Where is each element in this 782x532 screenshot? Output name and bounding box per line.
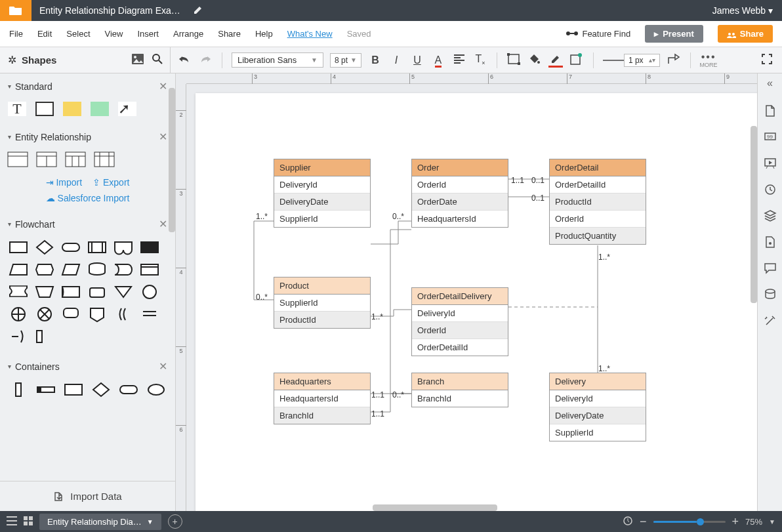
flowchart-shape[interactable]	[62, 284, 81, 300]
flowchart-shape[interactable]	[62, 306, 81, 322]
menu-share[interactable]: Share	[218, 29, 241, 39]
container-shape[interactable]	[64, 382, 83, 399]
entity-field[interactable]: ProductId	[550, 194, 646, 211]
history-icon[interactable]	[763, 182, 777, 197]
flowchart-shape[interactable]	[114, 284, 134, 300]
view-grid-icon[interactable]	[24, 516, 33, 527]
data-icon[interactable]	[763, 287, 777, 302]
panel-flowchart[interactable]: ▾Flowchart✕	[0, 211, 175, 237]
image-icon[interactable]	[131, 54, 145, 67]
folder-icon[interactable]	[0, 0, 31, 21]
flowchart-shape[interactable]	[9, 239, 29, 255]
flowchart-shape[interactable]	[114, 306, 134, 322]
entity-field[interactable]: BranchId	[412, 390, 508, 407]
panel-containers[interactable]: ▾Containers✕	[0, 354, 175, 379]
undo-icon[interactable]	[177, 54, 192, 66]
container-shape[interactable]	[147, 382, 165, 399]
shape-rect[interactable]	[35, 102, 54, 116]
entity-field[interactable]: DeliveryId	[550, 390, 646, 407]
fill-icon[interactable]	[527, 54, 542, 67]
sidebar-scrollbar[interactable]	[169, 88, 175, 232]
entity-field[interactable]: ProductQuantity	[550, 228, 646, 244]
page-tab[interactable]: Entity Relationship Dia…▼	[39, 514, 161, 530]
entity-field[interactable]: OrderId	[412, 322, 508, 339]
entity-order[interactable]: OrderOrderIdOrderDateHeadquartersId	[411, 159, 508, 228]
close-icon[interactable]: ✕	[159, 360, 167, 373]
flowchart-shape[interactable]	[35, 262, 55, 277]
presentation-icon[interactable]	[763, 156, 777, 171]
flowchart-shape[interactable]	[9, 262, 29, 277]
container-shape[interactable]	[119, 382, 138, 399]
entity-field[interactable]: OrderDetailId	[550, 176, 646, 194]
import-data-button[interactable]: Import Data	[0, 481, 175, 511]
flowchart-shape[interactable]	[35, 284, 55, 300]
entity-product[interactable]: ProductSupplierIdProductId	[274, 277, 371, 329]
search-icon[interactable]	[150, 53, 165, 68]
entity-field[interactable]: DeliveryDate	[274, 194, 370, 211]
redo-icon[interactable]	[198, 54, 213, 66]
align-icon[interactable]	[452, 54, 466, 66]
zoom-slider[interactable]	[653, 521, 726, 523]
page-icon[interactable]	[763, 104, 777, 118]
entity-field[interactable]: DeliveryId	[412, 305, 508, 322]
flowchart-shape[interactable]	[88, 262, 108, 277]
entity-hq[interactable]: HeadquartersHeadquartersIdBranchId	[274, 373, 371, 424]
flowchart-shape[interactable]	[140, 306, 160, 322]
entity-field[interactable]: HeadquartersId	[412, 211, 508, 227]
document-title[interactable]: Entity Relationship Diagram Exa…	[31, 5, 188, 16]
import-link[interactable]: ⇥ Import	[46, 177, 83, 188]
border-color-icon[interactable]	[548, 54, 563, 66]
flowchart-shape[interactable]	[35, 329, 55, 344]
share-button[interactable]: Share	[718, 25, 773, 43]
close-icon[interactable]: ✕	[159, 131, 167, 143]
container-shape[interactable]	[92, 382, 110, 399]
text-color-icon[interactable]: A	[431, 54, 445, 66]
flowchart-shape[interactable]	[62, 239, 81, 255]
er-shape-4[interactable]	[94, 152, 114, 167]
entity-delivery[interactable]: DeliveryDeliveryIdDeliveryDateSupplierId	[549, 373, 646, 441]
menu-whats-new[interactable]: What's New	[287, 29, 333, 39]
entity-field[interactable]: OrderId	[412, 176, 508, 194]
shape-options-icon[interactable]	[569, 54, 584, 67]
entity-field[interactable]: DeliveryDate	[550, 407, 646, 424]
layers-icon[interactable]	[763, 209, 777, 223]
zoom-in-icon[interactable]: +	[732, 515, 739, 529]
line-style-icon[interactable]	[603, 54, 617, 66]
flowchart-shape[interactable]	[9, 284, 29, 300]
flowchart-shape[interactable]	[35, 306, 55, 322]
flowchart-shape[interactable]	[62, 262, 81, 277]
close-icon[interactable]: ✕	[159, 218, 167, 230]
shape-note[interactable]	[63, 102, 81, 116]
entity-field[interactable]: ProductId	[274, 312, 370, 328]
canvas-scrollbar-h[interactable]	[373, 504, 497, 511]
shape-text[interactable]: T	[8, 102, 26, 116]
comment-icon[interactable]: 99	[763, 130, 777, 144]
export-link[interactable]: ⇪ Export	[93, 177, 129, 188]
shape-block[interactable]	[91, 102, 109, 116]
shape-frame-icon[interactable]	[506, 54, 521, 67]
er-shape-2[interactable]	[37, 152, 56, 167]
font-size-select[interactable]: 8 pt▼	[330, 53, 361, 68]
chat-icon[interactable]	[763, 261, 777, 276]
entity-field[interactable]: OrderId	[550, 211, 646, 228]
flowchart-shape[interactable]	[114, 262, 134, 277]
flowchart-shape[interactable]	[9, 306, 29, 322]
sync-icon[interactable]	[623, 516, 633, 528]
user-menu[interactable]: James Webb ▾	[703, 5, 782, 16]
add-page-button[interactable]: +	[168, 514, 182, 529]
more-button[interactable]: •••MORE	[700, 52, 718, 68]
er-shape-1[interactable]	[8, 152, 28, 167]
collapse-right-icon[interactable]: «	[767, 77, 773, 89]
entity-field[interactable]: OrderDetailId	[412, 339, 508, 356]
entity-field[interactable]: SupplierId	[550, 424, 646, 441]
shape-arrow[interactable]	[118, 102, 136, 116]
font-select[interactable]: Liberation Sans▼	[232, 52, 323, 68]
flowchart-shape[interactable]	[114, 239, 134, 255]
edit-title-icon[interactable]	[194, 5, 203, 16]
entity-supplier[interactable]: SupplierDeliveryIdDeliveryDateSupplierId	[274, 159, 371, 228]
entity-field[interactable]: SupplierId	[274, 295, 370, 312]
fullscreen-icon[interactable]	[760, 54, 774, 67]
flowchart-shape[interactable]	[35, 239, 55, 255]
container-shape[interactable]	[9, 382, 28, 399]
underline-icon[interactable]: U	[410, 54, 424, 66]
